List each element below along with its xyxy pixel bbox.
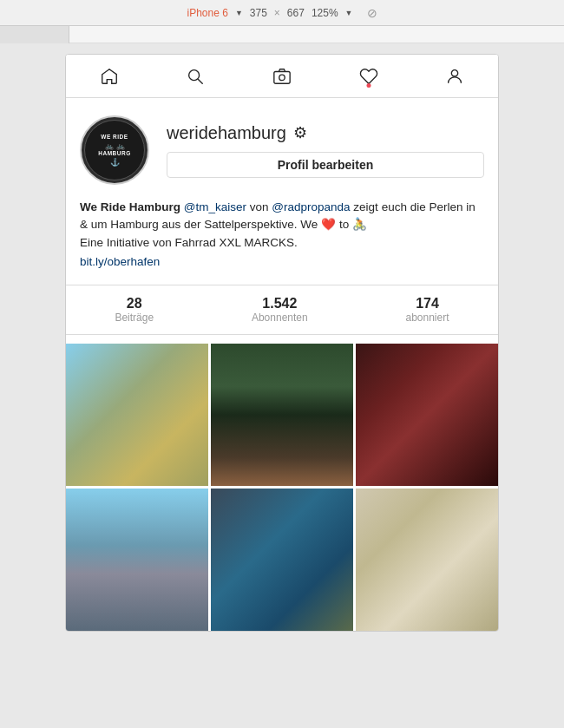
notification-dot xyxy=(366,83,371,88)
photo-grid xyxy=(66,344,498,631)
search-icon xyxy=(186,67,205,86)
heart-emoji: ❤️ xyxy=(321,218,336,231)
stat-posts-number: 28 xyxy=(127,296,142,312)
nav-camera-button[interactable] xyxy=(272,67,292,86)
avatar-logo-text: WE RIDE xyxy=(101,134,128,141)
bio-mention1[interactable]: @tm_kaiser xyxy=(184,200,246,213)
bio-name: We Ride Hamburg xyxy=(80,200,180,213)
bio-section: We Ride Hamburg @tm_kaiser von @radpropa… xyxy=(66,193,498,285)
nav-bar xyxy=(66,55,498,98)
profile-username: weridehamburg xyxy=(167,123,286,143)
nav-search-button[interactable] xyxy=(186,67,205,86)
camera-icon xyxy=(272,67,292,86)
stat-posts[interactable]: 28 Beiträge xyxy=(115,296,154,324)
stat-followers[interactable]: 1.542 Abonnenten xyxy=(252,296,308,324)
avatar-bike-icon: 🚲 xyxy=(105,142,114,150)
stat-followers-number: 1.542 xyxy=(262,296,297,312)
phone-container: WE RIDE 🚲 🚲 HAMBURG ⚓ weridehamburg ⚙ Pr… xyxy=(65,54,499,632)
zoom-level[interactable]: 125% xyxy=(312,7,338,19)
stat-following-label: abonniert xyxy=(406,312,449,324)
stats-row: 28 Beiträge 1.542 Abonnenten 174 abonnie… xyxy=(66,285,498,335)
profile-name-row: weridehamburg ⚙ xyxy=(167,123,484,143)
grid-photo-5[interactable] xyxy=(211,489,353,631)
avatar: WE RIDE 🚲 🚲 HAMBURG ⚓ xyxy=(80,115,149,185)
avatar-bike-icon2: 🚲 xyxy=(116,142,125,150)
grid-photo-1[interactable] xyxy=(66,344,208,486)
avatar-logo-text2: HAMBURG xyxy=(98,150,130,157)
no-entry-icon: ⊘ xyxy=(367,6,377,20)
zoom-dropdown-arrow[interactable]: ▼ xyxy=(345,9,353,17)
svg-point-3 xyxy=(279,75,285,80)
nav-home-button[interactable] xyxy=(100,67,119,86)
svg-rect-2 xyxy=(274,71,290,83)
ruler-bar xyxy=(0,26,564,43)
bio-text1: von xyxy=(250,200,272,213)
ruler-tab[interactable] xyxy=(0,26,69,43)
profile-right: weridehamburg ⚙ Profil bearbeiten xyxy=(167,123,484,178)
nav-heart-button[interactable] xyxy=(359,67,378,86)
browser-bar: iPhone 6 ▼ 375 × 667 125% ▼ ⊘ xyxy=(0,0,564,26)
stat-following[interactable]: 174 abonniert xyxy=(406,296,449,324)
profile-section: WE RIDE 🚲 🚲 HAMBURG ⚓ weridehamburg ⚙ Pr… xyxy=(66,98,498,193)
bio-mention2[interactable]: @radpropanda xyxy=(272,200,350,213)
avatar-inner: WE RIDE 🚲 🚲 HAMBURG ⚓ xyxy=(84,120,145,180)
dimension-separator: × xyxy=(274,7,280,19)
home-icon xyxy=(100,67,119,86)
device-name[interactable]: iPhone 6 xyxy=(187,7,228,19)
settings-icon[interactable]: ⚙ xyxy=(293,123,307,142)
grid-photo-2[interactable] xyxy=(211,344,353,486)
bio-link[interactable]: bit.ly/oberhafen xyxy=(80,253,484,271)
stat-following-number: 174 xyxy=(416,296,439,312)
person-icon xyxy=(445,67,464,86)
stat-posts-label: Beiträge xyxy=(115,312,154,324)
viewport-height: 667 xyxy=(287,7,305,19)
avatar-anchor-icon: ⚓ xyxy=(110,158,120,167)
stat-followers-label: Abonnenten xyxy=(252,312,308,324)
nav-profile-button[interactable] xyxy=(445,67,464,86)
viewport-width: 375 xyxy=(250,7,267,19)
grid-photo-6[interactable] xyxy=(356,489,498,631)
avatar-icons: 🚲 🚲 xyxy=(105,142,125,150)
bio-text4: Eine Initiative von Fahrrad XXL MARCKS. xyxy=(80,236,298,249)
bike-emoji: 🚴 xyxy=(352,218,367,231)
bio-text3: to xyxy=(339,218,349,231)
svg-line-1 xyxy=(199,79,203,83)
device-dropdown-arrow[interactable]: ▼ xyxy=(235,9,243,17)
svg-point-4 xyxy=(452,69,458,75)
edit-profile-button[interactable]: Profil bearbeiten xyxy=(167,152,484,178)
grid-photo-4[interactable] xyxy=(66,489,208,631)
grid-photo-3[interactable] xyxy=(356,344,498,486)
